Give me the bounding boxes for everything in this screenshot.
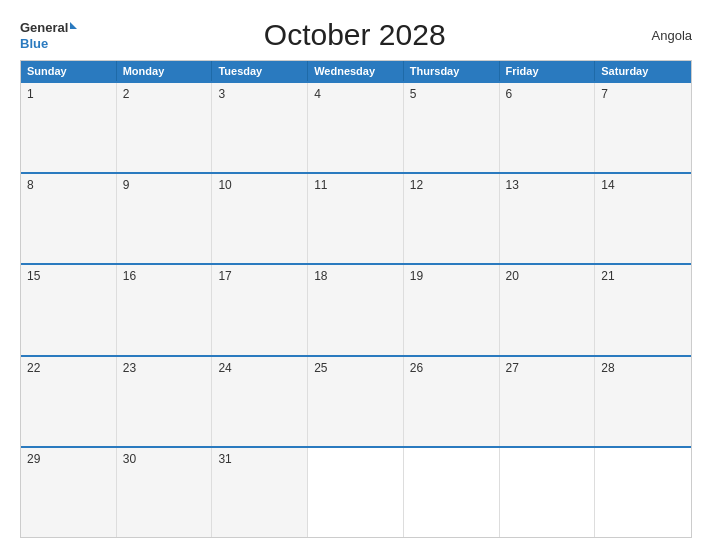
calendar-header-cell: Friday xyxy=(500,61,596,81)
calendar-cell: 27 xyxy=(500,357,596,446)
logo-triangle-icon xyxy=(70,22,77,29)
day-number: 22 xyxy=(27,361,40,375)
calendar-header-cell: Monday xyxy=(117,61,213,81)
calendar-week: 15161718192021 xyxy=(21,263,691,354)
calendar-cell: 14 xyxy=(595,174,691,263)
calendar-header-cell: Saturday xyxy=(595,61,691,81)
day-number: 29 xyxy=(27,452,40,466)
logo: General Blue xyxy=(20,19,77,51)
calendar-body: 1234567891011121314151617181920212223242… xyxy=(21,81,691,537)
calendar-header-cell: Wednesday xyxy=(308,61,404,81)
calendar-header-cell: Sunday xyxy=(21,61,117,81)
calendar: SundayMondayTuesdayWednesdayThursdayFrid… xyxy=(20,60,692,538)
calendar-cell: 9 xyxy=(117,174,213,263)
day-number: 12 xyxy=(410,178,423,192)
page: General Blue October 2028 Angola SundayM… xyxy=(0,0,712,550)
day-number: 21 xyxy=(601,269,614,283)
calendar-cell: 31 xyxy=(212,448,308,537)
logo-blue: Blue xyxy=(20,36,48,51)
calendar-cell xyxy=(595,448,691,537)
calendar-cell xyxy=(308,448,404,537)
day-number: 24 xyxy=(218,361,231,375)
day-number: 7 xyxy=(601,87,608,101)
day-number: 23 xyxy=(123,361,136,375)
calendar-cell: 7 xyxy=(595,83,691,172)
day-number: 14 xyxy=(601,178,614,192)
calendar-week: 891011121314 xyxy=(21,172,691,263)
calendar-cell: 5 xyxy=(404,83,500,172)
day-number: 15 xyxy=(27,269,40,283)
calendar-cell: 1 xyxy=(21,83,117,172)
calendar-cell: 3 xyxy=(212,83,308,172)
logo-text: General xyxy=(20,19,77,35)
calendar-cell: 21 xyxy=(595,265,691,354)
calendar-cell: 8 xyxy=(21,174,117,263)
calendar-cell: 18 xyxy=(308,265,404,354)
day-number: 8 xyxy=(27,178,34,192)
day-number: 16 xyxy=(123,269,136,283)
day-number: 19 xyxy=(410,269,423,283)
calendar-header-cell: Thursday xyxy=(404,61,500,81)
calendar-cell: 22 xyxy=(21,357,117,446)
calendar-week: 22232425262728 xyxy=(21,355,691,446)
day-number: 2 xyxy=(123,87,130,101)
calendar-cell: 12 xyxy=(404,174,500,263)
calendar-cell: 13 xyxy=(500,174,596,263)
calendar-cell: 30 xyxy=(117,448,213,537)
calendar-cell: 23 xyxy=(117,357,213,446)
day-number: 11 xyxy=(314,178,327,192)
day-number: 28 xyxy=(601,361,614,375)
calendar-header: SundayMondayTuesdayWednesdayThursdayFrid… xyxy=(21,61,691,81)
day-number: 17 xyxy=(218,269,231,283)
day-number: 31 xyxy=(218,452,231,466)
calendar-week: 1234567 xyxy=(21,81,691,172)
calendar-cell xyxy=(500,448,596,537)
day-number: 1 xyxy=(27,87,34,101)
calendar-cell: 26 xyxy=(404,357,500,446)
logo-general: General xyxy=(20,20,68,35)
calendar-cell: 25 xyxy=(308,357,404,446)
day-number: 13 xyxy=(506,178,519,192)
day-number: 9 xyxy=(123,178,130,192)
country-label: Angola xyxy=(632,28,692,43)
day-number: 25 xyxy=(314,361,327,375)
calendar-cell: 4 xyxy=(308,83,404,172)
calendar-cell: 16 xyxy=(117,265,213,354)
day-number: 4 xyxy=(314,87,321,101)
calendar-cell xyxy=(404,448,500,537)
day-number: 27 xyxy=(506,361,519,375)
day-number: 3 xyxy=(218,87,225,101)
calendar-cell: 19 xyxy=(404,265,500,354)
calendar-cell: 20 xyxy=(500,265,596,354)
page-title: October 2028 xyxy=(77,18,632,52)
calendar-cell: 2 xyxy=(117,83,213,172)
calendar-cell: 6 xyxy=(500,83,596,172)
calendar-cell: 28 xyxy=(595,357,691,446)
calendar-week: 293031 xyxy=(21,446,691,537)
calendar-cell: 11 xyxy=(308,174,404,263)
calendar-cell: 24 xyxy=(212,357,308,446)
day-number: 18 xyxy=(314,269,327,283)
day-number: 5 xyxy=(410,87,417,101)
calendar-cell: 29 xyxy=(21,448,117,537)
day-number: 10 xyxy=(218,178,231,192)
calendar-cell: 17 xyxy=(212,265,308,354)
day-number: 26 xyxy=(410,361,423,375)
calendar-header-cell: Tuesday xyxy=(212,61,308,81)
header: General Blue October 2028 Angola xyxy=(20,18,692,52)
calendar-cell: 15 xyxy=(21,265,117,354)
day-number: 20 xyxy=(506,269,519,283)
day-number: 6 xyxy=(506,87,513,101)
day-number: 30 xyxy=(123,452,136,466)
calendar-cell: 10 xyxy=(212,174,308,263)
